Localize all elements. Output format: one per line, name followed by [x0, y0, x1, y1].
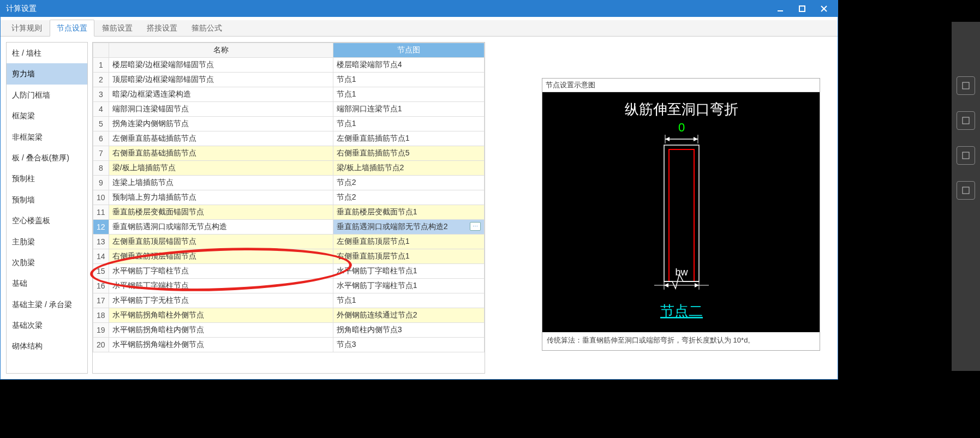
row-number: 4: [93, 102, 109, 117]
row-node[interactable]: 水平钢筋丁字暗柱节点1: [333, 264, 484, 279]
row-number: 12: [93, 220, 109, 235]
row-node[interactable]: 水平钢筋丁字端柱节点1: [333, 279, 484, 293]
sidebar-item-4[interactable]: 非框架梁: [7, 127, 87, 147]
row-node[interactable]: 楼层暗梁端部节点4: [333, 58, 484, 73]
row-number: 3: [93, 87, 109, 102]
row-name: 楼层暗梁/边框梁端部锚固节点: [109, 58, 333, 73]
minimize-button[interactable]: [775, 4, 785, 14]
category-sidebar[interactable]: 柱 / 墙柱剪力墙人防门框墙框架梁非框架梁板 / 叠合板(整厚)预制柱预制墙空心…: [6, 42, 88, 374]
row-node[interactable]: 左侧垂直筋插筋节点1: [333, 131, 484, 146]
row-name: 预制墙上剪力墙插筋节点: [109, 190, 333, 205]
row-node[interactable]: 端部洞口连梁节点1: [333, 102, 484, 117]
sidebar-item-2[interactable]: 人防门框墙: [7, 85, 87, 105]
table-row[interactable]: 10预制墙上剪力墙插筋节点节点2: [93, 190, 485, 205]
table-header-name: 名称: [109, 43, 333, 58]
sidebar-item-5[interactable]: 板 / 叠合板(整厚): [7, 147, 87, 168]
svg-marker-13: [664, 283, 668, 287]
row-node[interactable]: 左侧垂直筋顶层节点1: [333, 235, 484, 249]
table-row[interactable]: 4端部洞口连梁锚固节点端部洞口连梁节点1: [93, 102, 485, 117]
toolbar-icon-4[interactable]: [957, 181, 975, 200]
row-number: 18: [93, 308, 109, 323]
table-row[interactable]: 16水平钢筋丁字端柱节点水平钢筋丁字端柱节点1: [93, 279, 485, 293]
svg-rect-1: [799, 6, 805, 11]
toolbar-icon-1[interactable]: [957, 76, 975, 95]
row-node[interactable]: 节点1: [333, 87, 484, 102]
row-node[interactable]: 节点2: [333, 176, 484, 190]
tab-0[interactable]: 计算规则: [5, 20, 49, 36]
sidebar-item-0[interactable]: 柱 / 墙柱: [7, 43, 87, 63]
table-row[interactable]: 15水平钢筋丁字暗柱节点水平钢筋丁字暗柱节点1: [93, 264, 485, 279]
app-right-toolbar: [952, 22, 980, 371]
table-header-node: 节点图: [333, 43, 484, 58]
node-picker-button[interactable]: ⋯: [470, 222, 481, 231]
sidebar-item-14[interactable]: 砌体结构: [7, 335, 87, 356]
sidebar-item-6[interactable]: 预制柱: [7, 168, 87, 189]
table-row[interactable]: 3暗梁/边框梁遇连梁构造节点1: [93, 87, 485, 102]
row-node[interactable]: 节点1: [333, 117, 484, 131]
row-name: 垂直筋楼层变截面锚固节点: [109, 205, 333, 220]
sidebar-item-13[interactable]: 基础次梁: [7, 315, 87, 335]
row-number: 17: [93, 293, 109, 308]
node-table-wrap[interactable]: 名称 节点图 1楼层暗梁/边框梁端部锚固节点楼层暗梁端部节点42顶层暗梁/边框梁…: [92, 42, 485, 374]
table-row[interactable]: 18水平钢筋拐角暗柱外侧节点外侧钢筋连续通过节点2: [93, 308, 485, 323]
row-name: 水平钢筋丁字无柱节点: [109, 293, 333, 308]
sidebar-item-8[interactable]: 空心楼盖板: [7, 210, 87, 231]
row-node[interactable]: 节点2: [333, 190, 484, 205]
sidebar-item-9[interactable]: 主肋梁: [7, 231, 87, 252]
tab-4[interactable]: 箍筋公式: [185, 20, 229, 36]
row-node[interactable]: 垂直筋楼层变截面节点1: [333, 205, 484, 220]
row-node[interactable]: 右侧垂直筋顶层节点1: [333, 249, 484, 264]
table-row[interactable]: 1楼层暗梁/边框梁端部锚固节点楼层暗梁端部节点4: [93, 58, 485, 73]
close-button[interactable]: [819, 4, 829, 14]
table-row[interactable]: 2顶层暗梁/边框梁端部锚固节点节点1: [93, 73, 485, 87]
row-node[interactable]: 拐角暗柱内侧节点3: [333, 323, 484, 338]
table-row[interactable]: 20水平钢筋拐角端柱外侧节点节点3: [93, 338, 485, 352]
table-row[interactable]: 14右侧垂直筋顶层锚固节点右侧垂直筋顶层节点1: [93, 249, 485, 264]
toolbar-icon-3[interactable]: [957, 146, 975, 165]
table-row[interactable]: 17水平钢筋丁字无柱节点节点1: [93, 293, 485, 308]
row-node[interactable]: 垂直筋遇洞口或端部无节点构造2⋯: [333, 220, 484, 235]
tab-1[interactable]: 节点设置: [50, 20, 94, 37]
row-name: 拐角连梁内侧钢筋节点: [109, 117, 333, 131]
table-row[interactable]: 8梁/板上墙插筋节点梁/板上墙插筋节点2: [93, 161, 485, 176]
row-name: 连梁上墙插筋节点: [109, 176, 333, 190]
row-number: 15: [93, 264, 109, 279]
row-node[interactable]: 节点1: [333, 293, 484, 308]
sidebar-item-11[interactable]: 基础: [7, 273, 87, 293]
diagram-panel-title: 节点设置示意图: [542, 79, 820, 92]
sidebar-item-3[interactable]: 框架梁: [7, 105, 87, 126]
table-row[interactable]: 9连梁上墙插筋节点节点2: [93, 176, 485, 190]
tab-2[interactable]: 箍筋设置: [95, 20, 139, 36]
maximize-button[interactable]: [797, 4, 807, 14]
row-name: 左侧垂直筋基础插筋节点: [109, 131, 333, 146]
row-number: 10: [93, 190, 109, 205]
sidebar-item-1[interactable]: 剪力墙: [7, 63, 87, 84]
sidebar-item-7[interactable]: 预制墙: [7, 189, 87, 210]
sidebar-item-10[interactable]: 次肋梁: [7, 252, 87, 273]
table-row[interactable]: 11垂直筋楼层变截面锚固节点垂直筋楼层变截面节点1: [93, 205, 485, 220]
tab-3[interactable]: 搭接设置: [140, 20, 184, 36]
row-node[interactable]: 右侧垂直筋插筋节点5: [333, 146, 484, 161]
content-area: 柱 / 墙柱剪力墙人防门框墙框架梁非框架梁板 / 叠合板(整厚)预制柱预制墙空心…: [1, 37, 838, 379]
row-node[interactable]: 梁/板上墙插筋节点2: [333, 161, 484, 176]
table-row[interactable]: 7右侧垂直筋基础插筋节点右侧垂直筋插筋节点5: [93, 146, 485, 161]
table-header-rownum: [93, 43, 109, 58]
sidebar-item-12[interactable]: 基础主梁 / 承台梁: [7, 294, 87, 315]
table-row[interactable]: 13左侧垂直筋顶层锚固节点左侧垂直筋顶层节点1: [93, 235, 485, 249]
row-number: 14: [93, 249, 109, 264]
row-name: 左侧垂直筋顶层锚固节点: [109, 235, 333, 249]
table-row[interactable]: 19水平钢筋拐角暗柱内侧节点拐角暗柱内侧节点3: [93, 323, 485, 338]
svg-rect-16: [963, 117, 969, 124]
table-row[interactable]: 12垂直钢筋遇洞口或端部无节点构造垂直筋遇洞口或端部无节点构造2⋯: [93, 220, 485, 235]
row-node[interactable]: 节点3: [333, 338, 484, 352]
table-row[interactable]: 6左侧垂直筋基础插筋节点左侧垂直筋插筋节点1: [93, 131, 485, 146]
settings-window: 计算设置 计算规则节点设置箍筋设置搭接设置箍筋公式 柱 / 墙柱剪力墙人防门框墙…: [0, 0, 838, 380]
row-node[interactable]: 外侧钢筋连续通过节点2: [333, 308, 484, 323]
tab-bar: 计算规则节点设置箍筋设置搭接设置箍筋公式: [1, 20, 838, 37]
toolbar-icon-2[interactable]: [957, 111, 975, 130]
row-number: 19: [93, 323, 109, 338]
table-row[interactable]: 5拐角连梁内侧钢筋节点节点1: [93, 117, 485, 131]
row-number: 9: [93, 176, 109, 190]
row-node[interactable]: 节点1: [333, 73, 484, 87]
diagram-caption: 传统算法：垂直钢筋伸至洞口或端部弯折，弯折长度默认为 10*d。: [542, 332, 820, 349]
